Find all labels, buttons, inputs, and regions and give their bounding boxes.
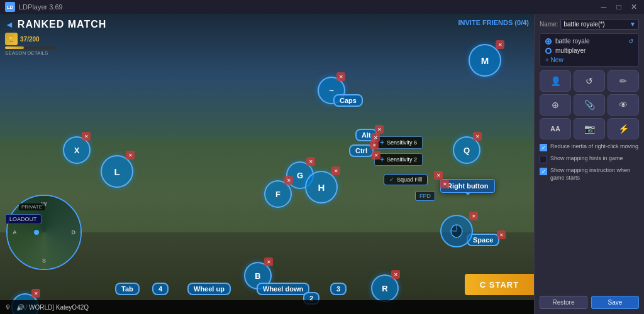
maximize-button[interactable]: □ [614,2,624,12]
checkbox-reduce-inertia-row: ✓ Reduce inertia of right-click moving [540,143,639,151]
profile-multiplayer[interactable]: multiplayer [543,46,636,55]
dropdown-arrow-icon: ▼ [630,21,636,28]
icon-aa[interactable]: AA [540,118,571,139]
bg-sky [0,14,534,139]
show-hints-label: Show mapping hints in game [550,155,623,163]
key-h[interactable]: H [305,171,338,203]
key-3-label[interactable]: 3 [330,283,347,295]
titlebar: LD LDPlayer 3.69 ─ □ ✕ [0,0,644,14]
squad-check-icon: ✓ [389,176,394,183]
main-layout: ◄ RANKED MATCH 🏆 37/200 SEASON DETAILS I… [0,14,644,314]
player-name: WORLD] KateyO42Q [29,304,89,311]
panel-buttons: Restore Save [540,296,639,309]
close-button[interactable]: ✕ [629,2,639,12]
key-f-close[interactable]: ✕ [284,176,293,185]
key-caps-label[interactable]: Caps [333,94,363,107]
sensitivity6-label: Sensitivity 6 [387,139,417,146]
sensitivity2-box[interactable]: + Sensitivity 2 [374,153,423,166]
bottom-bar: 🎙 🔊 WORLD] KateyO42Q [0,300,534,314]
start-label: C START [480,280,519,290]
key-q-close[interactable]: ✕ [473,132,482,141]
wasd-d: D [72,229,76,236]
speaker-icon: 🔊 [16,304,24,311]
checkmark-icon2: ✓ [541,169,546,175]
app-logo: LD [5,2,15,12]
key-r-close[interactable]: ✕ [391,270,400,279]
key-ctrl-close[interactable]: ✕ [370,141,379,149]
radio-outer-1 [545,38,552,45]
profile-battle-royale[interactable]: battle royale ↺ [543,36,636,46]
restore-button[interactable]: Restore [540,296,587,309]
squad-fill-close[interactable]: ✕ [434,171,443,180]
radio-outer-2 [545,48,552,54]
save-button[interactable]: Save [591,296,639,309]
icon-eye[interactable]: 👁 [608,94,639,116]
key-wheeldown-label[interactable]: Wheel down [257,283,309,295]
game-area: ◄ RANKED MATCH 🏆 37/200 SEASON DETAILS I… [0,14,534,314]
key-tab-label[interactable]: Tab [115,283,140,295]
icon-bolt[interactable]: ⚡ [608,118,639,139]
radio-dot-2 [547,50,550,52]
right-click-key[interactable] [440,215,473,247]
icon-loop[interactable]: ↺ [574,70,605,92]
key-g-close[interactable]: ✕ [306,157,315,166]
name-label: Name: [540,21,558,28]
plus-icon2: + [380,155,384,164]
key-4-label[interactable]: 4 [152,283,169,295]
checkbox-show-instruction[interactable]: ✓ [540,168,547,175]
sensitivity6-box[interactable]: + Sensitivity 6 [374,136,423,149]
private-label: PRIVATE [19,203,45,210]
sensitivity2-close[interactable]: ✕ [372,151,380,160]
icon-crosshair[interactable]: ⊕ [540,94,571,116]
minimap-player [34,230,39,235]
squad-fill-box[interactable]: ✓ Squad Fill [384,174,428,185]
squad-fill-label: Squad Fill [397,176,422,183]
checkbox-show-hints-row: Show mapping hints in game [540,155,639,163]
key-l[interactable]: L [101,155,133,188]
key-h-close[interactable]: ✕ [331,166,340,175]
profile-name-row: Name: battle royale(*) ▼ [540,19,639,30]
loadout-label[interactable]: LOADOUT [5,214,42,224]
icon-person[interactable]: 👤 [540,70,571,92]
multiplayer-label: multiplayer [555,47,586,54]
new-label: + New [545,57,564,63]
key-b-close[interactable]: ✕ [264,257,273,266]
new-profile-button[interactable]: + New [543,57,636,63]
key-tilde-close[interactable]: ✕ [336,72,345,81]
checkmark-icon: ✓ [541,145,546,151]
fps-close[interactable]: ✕ [440,180,449,188]
key-m-close[interactable]: ✕ [496,40,504,49]
checkbox-show-instruction-row: ✓ Show mapping instruction when game sta… [540,167,639,181]
key-l-close[interactable]: ✕ [126,151,135,160]
minimize-button[interactable]: ─ [599,2,609,12]
icon-camera[interactable]: 📷 [574,118,605,139]
window-controls: ─ □ ✕ [599,2,639,12]
profile-select[interactable]: battle royale(*) ▼ [560,19,639,30]
icon-pencil[interactable]: ✏ [608,70,639,92]
plus-icon: + [380,138,384,147]
show-instruction-label: Show mapping instruction when game start… [550,167,639,181]
icon-grid: 👤 ↺ ✏ ⊕ 📎 👁 AA 📷 ⚡ [540,70,639,139]
fps-badge: FPD [415,191,435,201]
app-title: LDPlayer 3.69 [19,3,63,11]
radio-dot-1 [547,40,550,43]
profile-name-value: battle royale(*) [564,21,604,28]
start-button[interactable]: C START [465,274,534,295]
wasd-s: S [42,257,46,264]
mic-icon: 🎙 [5,304,11,311]
key-wheelup-label[interactable]: Wheel up [187,283,231,295]
battle-royale-label: battle royale [555,38,589,45]
checkbox-reduce-inertia[interactable]: ✓ [540,144,547,151]
key-space-close[interactable]: ✕ [497,230,506,239]
sensitivity2-label: Sensitivity 2 [387,156,417,163]
checkbox-show-hints[interactable] [540,156,547,163]
key-alt-close[interactable]: ✕ [375,125,384,134]
right-panel: Name: battle royale(*) ▼ battle royale ↺… [534,14,644,314]
reload-icon[interactable]: ↺ [628,38,633,45]
key-x-close[interactable]: ✕ [82,132,91,141]
key-v-close[interactable]: ✕ [31,289,40,298]
icon-clip[interactable]: 📎 [574,94,605,116]
reduce-inertia-label: Reduce inertia of right-click moving [550,143,638,151]
wasd-a: A [13,229,17,236]
right-click-close[interactable]: ✕ [469,212,478,220]
